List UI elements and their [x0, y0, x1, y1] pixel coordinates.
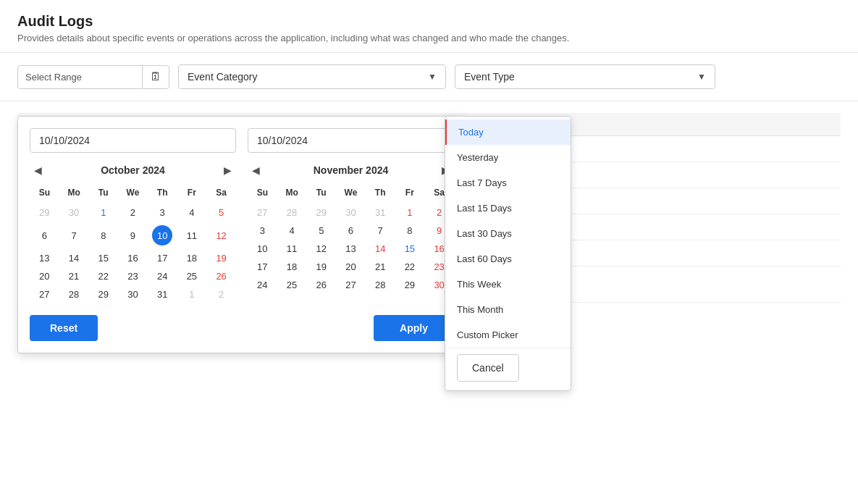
- calendar-day[interactable]: 28: [277, 203, 307, 222]
- calendar-day[interactable]: 14: [59, 249, 89, 267]
- calendar-icon-btn[interactable]: 🗓: [142, 66, 169, 88]
- calendar-day[interactable]: 10: [148, 222, 177, 249]
- calendar-day[interactable]: 10: [248, 240, 277, 258]
- calendar-day[interactable]: 15: [88, 249, 118, 267]
- right-calendar-title: November 2024: [264, 164, 437, 176]
- calendar-day[interactable]: 29: [30, 203, 59, 222]
- calendar-day[interactable]: 26: [306, 276, 336, 294]
- calendar-day[interactable]: 17: [148, 249, 177, 267]
- calendar-day[interactable]: 3: [248, 222, 277, 240]
- calendar-day[interactable]: 13: [30, 249, 59, 267]
- right-prev-btn[interactable]: ◀: [248, 163, 264, 177]
- quick-range-item[interactable]: Last 7 Days: [445, 170, 571, 196]
- range-input-wrapper[interactable]: 🗓: [17, 65, 169, 89]
- right-calendar-grid: SuMoTuWeThFrSa 2728293031123456789101112…: [248, 185, 454, 294]
- calendar-day[interactable]: 19: [206, 249, 236, 267]
- calendar-day[interactable]: 19: [306, 258, 336, 276]
- calendar-day[interactable]: 18: [177, 249, 207, 267]
- weekday-header: Fr: [177, 185, 207, 203]
- quick-range-item[interactable]: This Month: [445, 297, 571, 322]
- left-prev-btn[interactable]: ◀: [30, 163, 46, 177]
- calendar-day[interactable]: 2: [206, 285, 236, 303]
- calendar-day[interactable]: 12: [306, 240, 336, 258]
- calendar-day[interactable]: 30: [118, 285, 148, 303]
- quick-range-item[interactable]: Last 60 Days: [445, 246, 571, 272]
- reset-button[interactable]: Reset: [30, 315, 98, 341]
- calendar-day[interactable]: 27: [336, 276, 366, 294]
- calendar-day[interactable]: 20: [336, 258, 366, 276]
- calendar-day[interactable]: 4: [177, 203, 207, 222]
- calendar-day[interactable]: 21: [59, 267, 89, 285]
- quick-range-item[interactable]: Last 30 Days: [445, 221, 571, 246]
- calendar-day[interactable]: 25: [177, 267, 207, 285]
- cancel-button[interactable]: Cancel: [457, 354, 519, 382]
- quick-range-item[interactable]: Custom Picker: [445, 322, 571, 348]
- calendar-day[interactable]: 3: [148, 203, 177, 222]
- calendar-day[interactable]: 27: [248, 203, 277, 222]
- apply-button[interactable]: Apply: [374, 315, 454, 341]
- left-calendar-title: October 2024: [46, 164, 219, 176]
- calendar-day[interactable]: 8: [395, 222, 425, 240]
- calendar-day[interactable]: 29: [395, 276, 425, 294]
- start-date-input[interactable]: [30, 128, 236, 153]
- weekday-header: Tu: [88, 185, 118, 203]
- calendar-day[interactable]: 11: [277, 240, 307, 258]
- quick-range-item[interactable]: Yesterday: [445, 145, 571, 170]
- calendar-day[interactable]: 28: [366, 276, 395, 294]
- range-input[interactable]: [18, 66, 142, 88]
- calendar-day[interactable]: 22: [88, 267, 118, 285]
- calendar-day[interactable]: 31: [366, 203, 395, 222]
- calendar-day[interactable]: 20: [30, 267, 59, 285]
- calendar-day[interactable]: 30: [59, 203, 89, 222]
- calendar-day[interactable]: 21: [366, 258, 395, 276]
- filter-bar: 🗓 Event Category ▼ Event Type ▼: [0, 53, 858, 101]
- calendar-day[interactable]: 29: [306, 203, 336, 222]
- end-date-input[interactable]: [248, 128, 454, 153]
- calendar-day[interactable]: 15: [395, 240, 425, 258]
- calendar-day[interactable]: 30: [336, 203, 366, 222]
- calendar-day[interactable]: 7: [366, 222, 395, 240]
- calendar-day[interactable]: 2: [118, 203, 148, 222]
- calendar-day[interactable]: 1: [88, 203, 118, 222]
- quick-range-item[interactable]: This Week: [445, 272, 571, 297]
- calendar-day[interactable]: 9: [118, 222, 148, 249]
- chevron-down-icon: ▼: [428, 72, 437, 82]
- calendar-day[interactable]: 5: [306, 222, 336, 240]
- left-calendar-grid: SuMoTuWeThFrSa 2930123456789101112131415…: [30, 185, 236, 303]
- calendar-day[interactable]: 4: [277, 222, 307, 240]
- calendar-day[interactable]: 26: [206, 267, 236, 285]
- quick-range-item[interactable]: Today: [445, 119, 571, 145]
- weekday-header: Mo: [59, 185, 89, 203]
- weekday-header: Th: [148, 185, 177, 203]
- calendar-day[interactable]: 12: [206, 222, 236, 249]
- event-category-dropdown[interactable]: Event Category ▼: [178, 64, 446, 89]
- calendar-day[interactable]: 24: [148, 267, 177, 285]
- calendar-day[interactable]: 13: [336, 240, 366, 258]
- calendar-day[interactable]: 6: [336, 222, 366, 240]
- calendar-day[interactable]: 11: [177, 222, 207, 249]
- calendar-day[interactable]: 22: [395, 258, 425, 276]
- left-next-btn[interactable]: ▶: [219, 163, 236, 177]
- calendar-day[interactable]: 5: [206, 203, 236, 222]
- weekday-header: Th: [366, 185, 395, 203]
- event-type-label: Event Type: [464, 71, 515, 83]
- calendar-day[interactable]: 18: [277, 258, 307, 276]
- calendar-day[interactable]: 27: [30, 285, 59, 303]
- calendar-day[interactable]: 17: [248, 258, 277, 276]
- calendar-day[interactable]: 1: [177, 285, 207, 303]
- quick-range-item[interactable]: Last 15 Days: [445, 196, 571, 221]
- calendar-day[interactable]: 8: [88, 222, 118, 249]
- calendar-day[interactable]: 16: [118, 249, 148, 267]
- calendar-day[interactable]: 6: [30, 222, 59, 249]
- calendar-day[interactable]: 31: [148, 285, 177, 303]
- calendar-day[interactable]: 28: [59, 285, 89, 303]
- event-type-dropdown[interactable]: Event Type ▼: [455, 64, 715, 89]
- weekday-header: We: [118, 185, 148, 203]
- calendar-day[interactable]: 7: [59, 222, 89, 249]
- calendar-day[interactable]: 29: [88, 285, 118, 303]
- calendar-day[interactable]: 23: [118, 267, 148, 285]
- calendar-day[interactable]: 24: [248, 276, 277, 294]
- calendar-day[interactable]: 25: [277, 276, 307, 294]
- calendar-day[interactable]: 14: [366, 240, 395, 258]
- calendar-day[interactable]: 1: [395, 203, 425, 222]
